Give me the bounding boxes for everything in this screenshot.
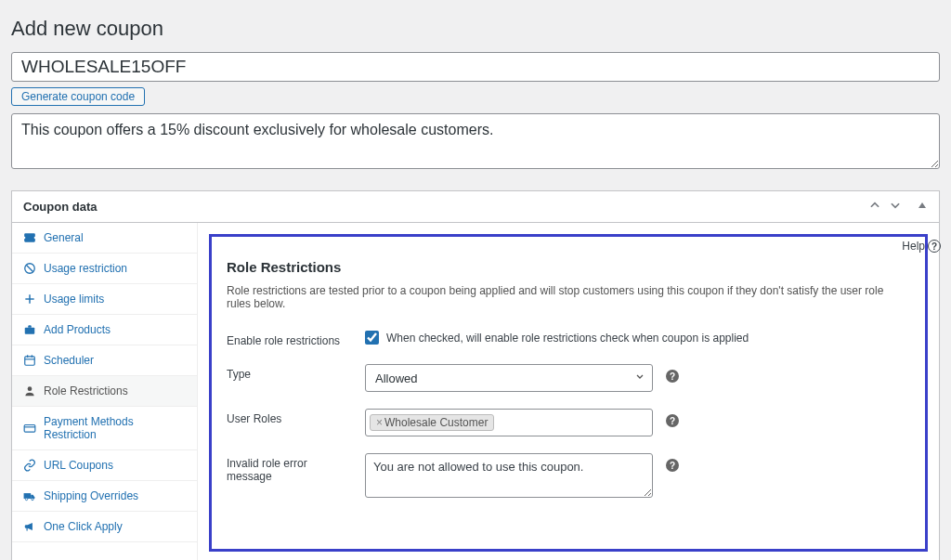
prohibit-icon (23, 262, 36, 275)
type-label: Type (227, 364, 352, 381)
coupon-code-input[interactable] (11, 52, 940, 82)
tooltip-icon[interactable]: ? (666, 370, 679, 383)
sidebar-item-label: Payment Methods Restriction (44, 415, 186, 441)
remove-tag-icon[interactable]: × (376, 416, 383, 429)
sidebar-item-shipping-overrides[interactable]: Shipping Overrides (12, 481, 197, 512)
sidebar-item-label: URL Coupons (44, 459, 113, 472)
truck-icon (23, 489, 36, 502)
generate-coupon-button[interactable]: Generate coupon code (11, 87, 145, 106)
panel-title: Coupon data (23, 200, 97, 214)
panel-header-controls (868, 199, 928, 215)
megaphone-icon (23, 520, 36, 533)
sidebar-item-label: General (44, 231, 84, 244)
svg-rect-5 (25, 328, 35, 334)
user-roles-label: User Roles (227, 409, 352, 425)
coupon-data-sidebar: General Usage restriction Usage limits A… (12, 223, 198, 560)
sidebar-item-usage-restriction[interactable]: Usage restriction (12, 254, 197, 284)
panel-collapse-icon[interactable] (917, 200, 928, 214)
sidebar-item-label: Shipping Overrides (44, 489, 138, 502)
main-content: Help ? Role Restrictions Role restrictio… (198, 223, 939, 560)
sidebar-item-add-products[interactable]: Add Products (12, 315, 197, 345)
panel-move-up-icon[interactable] (868, 199, 881, 215)
enable-label: Enable role restrictions (227, 331, 352, 347)
error-message-input[interactable] (365, 453, 653, 498)
svg-rect-6 (25, 357, 35, 365)
sidebar-item-payment-methods[interactable]: Payment Methods Restriction (12, 407, 197, 450)
svg-point-15 (32, 498, 33, 500)
briefcase-icon (23, 323, 36, 336)
role-tag[interactable]: × Wholesale Customer (370, 414, 494, 431)
sidebar-item-label: Usage limits (44, 293, 104, 306)
svg-line-2 (26, 265, 33, 271)
sidebar-item-url-coupons[interactable]: URL Coupons (12, 450, 197, 481)
sidebar-item-label: Add Products (44, 323, 111, 336)
question-icon: ? (928, 240, 941, 253)
calendar-icon (23, 354, 36, 367)
enable-description: When checked, will enable role restricti… (386, 332, 749, 345)
sidebar-item-usage-limits[interactable]: Usage limits (12, 284, 197, 315)
role-tag-label: Wholesale Customer (384, 416, 488, 429)
svg-point-14 (25, 498, 27, 500)
coupon-description-input[interactable] (11, 113, 940, 169)
sidebar-item-one-click-apply[interactable]: One Click Apply (12, 512, 197, 542)
sidebar-item-role-restrictions[interactable]: Role Restrictions (12, 376, 197, 407)
type-select-value: Allowed (365, 364, 653, 392)
credit-card-icon (23, 422, 36, 435)
sidebar-item-label: One Click Apply (44, 520, 123, 533)
section-title: Role Restrictions (227, 259, 910, 275)
coupon-data-panel: Coupon data General (11, 190, 940, 560)
svg-rect-11 (24, 425, 35, 433)
panel-header: Coupon data (12, 191, 939, 223)
sidebar-item-label: Role Restrictions (44, 384, 128, 397)
sidebar-item-general[interactable]: General (12, 223, 197, 254)
section-description: Role restrictions are tested prior to a … (227, 284, 910, 310)
sidebar-item-label: Scheduler (44, 354, 94, 367)
sidebar-item-label: Usage restriction (44, 262, 127, 275)
panel-move-down-icon[interactable] (889, 199, 902, 215)
svg-point-10 (28, 386, 33, 391)
user-roles-input[interactable]: × Wholesale Customer (365, 409, 653, 436)
page-title: Add new coupon (11, 17, 940, 41)
svg-rect-13 (24, 493, 32, 499)
role-restrictions-section: Role Restrictions Role restrictions are … (209, 234, 928, 552)
plus-icon (23, 293, 36, 306)
error-message-label: Invalid role error message (227, 453, 352, 483)
type-select[interactable]: Allowed (365, 364, 653, 392)
link-icon (23, 459, 36, 472)
tooltip-icon[interactable]: ? (666, 459, 679, 472)
enable-role-restrictions-checkbox[interactable] (365, 331, 379, 345)
tooltip-icon[interactable]: ? (666, 414, 679, 427)
sidebar-item-scheduler[interactable]: Scheduler (12, 345, 197, 376)
ticket-icon (23, 231, 36, 244)
svg-marker-0 (918, 202, 926, 208)
user-icon (23, 384, 36, 397)
